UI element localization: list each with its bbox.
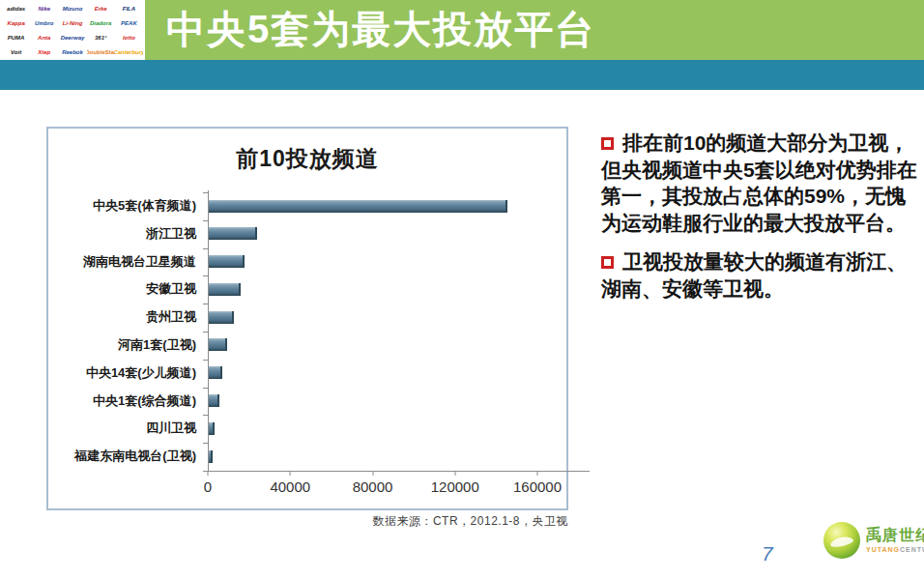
chart-rows: 中央5套(体育频道)浙江卫视湖南电视台卫星频道安徽卫视贵州卫视河南1套(卫视)中… <box>48 192 566 471</box>
logo-chinese-name: 禹唐世纪 <box>866 528 924 543</box>
bar <box>209 227 257 240</box>
fila-logo-icon: FILA <box>115 1 143 15</box>
category-label: 河南1套(卫视) <box>48 332 203 360</box>
bar <box>209 200 507 213</box>
kappa-logo-icon: Kappa <box>2 15 30 30</box>
mizuno-logo-icon: Mizuno <box>58 1 86 15</box>
bar <box>209 394 219 407</box>
company-logo: 禹唐世纪 YUTANGCENTURY <box>823 522 924 559</box>
reebok-logo-icon: Reebok <box>58 44 86 59</box>
sponsor-logo-grid: adidasNikeMizunoErkeFILAKappaUmbroLi-Nin… <box>0 0 145 60</box>
anta-logo-icon: Anta <box>30 30 58 44</box>
peak-logo-icon: PEAK <box>115 15 143 30</box>
page-number: 7 <box>762 542 773 565</box>
page-title: 中央5套为最大投放平台 <box>166 0 595 60</box>
x-tick-mark <box>372 472 373 476</box>
x-tick-label: 40000 <box>270 478 310 495</box>
bar <box>209 366 222 379</box>
deerway-logo-icon: Deerway <box>58 30 86 44</box>
bar-track <box>203 415 566 443</box>
x-tick-label: 120000 <box>431 478 479 495</box>
bar <box>209 311 234 324</box>
category-label: 浙江卫视 <box>48 220 203 248</box>
x-tick-label: 160000 <box>513 478 562 495</box>
x-axis-ticks <box>208 472 537 477</box>
chart-row: 中央14套(少儿频道) <box>48 360 566 388</box>
x-tick-label: 80000 <box>353 478 393 495</box>
y-axis-line <box>208 190 209 472</box>
x-axis-labels: 04000080000120000160000 <box>208 478 537 496</box>
x-tick-mark <box>290 472 291 476</box>
chart-row: 贵州卫视 <box>48 304 566 332</box>
canterbury-logo-icon: Canterbury <box>115 44 143 59</box>
bar <box>209 422 215 435</box>
361°-logo-icon: 361° <box>87 30 115 44</box>
category-label: 贵州卫视 <box>48 304 203 332</box>
category-label: 湖南电视台卫星频道 <box>48 248 203 276</box>
x-tick-mark <box>537 472 538 476</box>
chart-row: 河南1套(卫视) <box>48 332 566 360</box>
umbro-logo-icon: Umbro <box>30 15 58 30</box>
yutang-sphere-icon <box>823 522 860 559</box>
li-ning-logo-icon: Li-Ning <box>58 15 86 30</box>
category-label: 四川卫视 <box>48 415 203 443</box>
chart-row: 安徽卫视 <box>48 275 566 304</box>
chart-row: 中央5套(体育频道) <box>48 192 566 220</box>
category-label: 福建东南电视台(卫视) <box>48 443 203 471</box>
bar-track <box>203 220 566 248</box>
bullet-text: 卫视投放量较大的频道有浙江、湖南、安徽等卫视。 <box>601 250 907 300</box>
chart-row: 湖南电视台卫星频道 <box>48 248 566 276</box>
bar-track <box>203 275 566 304</box>
bar <box>209 338 227 351</box>
category-label: 安徽卫视 <box>48 275 203 304</box>
x-tick-mark <box>208 472 209 476</box>
bar <box>209 283 241 296</box>
adidas-logo-icon: adidas <box>2 1 30 15</box>
bar-track <box>203 332 566 360</box>
bar-track <box>203 248 566 276</box>
chart-row: 四川卫视 <box>48 415 566 443</box>
category-label: 中央5套(体育频道) <box>48 192 203 220</box>
bullet-text: 排在前10的频道大部分为卫视，但央视频道中央5套以绝对优势排在第一，其投放占总体… <box>601 131 917 234</box>
bar-chart-panel: 前10投放频道 中央5套(体育频道)浙江卫视湖南电视台卫星频道安徽卫视贵州卫视河… <box>46 127 568 510</box>
logo-text: 禹唐世纪 YUTANGCENTURY <box>866 528 924 553</box>
bar-track <box>203 192 566 220</box>
puma-logo-icon: PUMA <box>2 30 30 44</box>
bullet-item: 排在前10的频道大部分为卫视，但央视频道中央5套以绝对优势排在第一，其投放占总体… <box>601 130 924 237</box>
erke-logo-icon: Erke <box>87 1 115 15</box>
bar-track <box>203 388 566 416</box>
bullet-item: 卫视投放量较大的频道有浙江、湖南、安徽等卫视。 <box>601 248 924 302</box>
bar <box>209 450 213 463</box>
red-square-bullet-icon <box>601 256 614 269</box>
chart-row: 浙江卫视 <box>48 220 566 248</box>
lotto-logo-icon: lotto <box>115 30 143 44</box>
bar <box>209 255 245 268</box>
data-source-note: 数据来源：CTR，2012.1-8，央卫视 <box>46 513 568 530</box>
x-tick-mark <box>454 472 455 476</box>
voit-logo-icon: Voit <box>2 44 30 59</box>
doublestar-logo-icon: DoubleStar <box>87 44 115 59</box>
chart-row: 福建东南电视台(卫视) <box>48 443 566 471</box>
xtep-logo-icon: Xtep <box>30 44 58 59</box>
chart-row: 中央1套(综合频道) <box>48 388 566 416</box>
x-tick-label: 0 <box>204 478 212 495</box>
red-square-bullet-icon <box>601 137 614 150</box>
category-label: 中央1套(综合频道) <box>48 388 203 416</box>
commentary-block: 排在前10的频道大部分为卫视，但央视频道中央5套以绝对优势排在第一，其投放占总体… <box>601 130 924 313</box>
category-label: 中央14套(少儿频道) <box>48 360 203 388</box>
plot-area: 中央5套(体育频道)浙江卫视湖南电视台卫星频道安徽卫视贵州卫视河南1套(卫视)中… <box>48 190 566 490</box>
nike-logo-icon: Nike <box>30 1 58 15</box>
bar-track <box>203 443 566 471</box>
logo-english-name: YUTANGCENTURY <box>866 546 924 553</box>
bar-track <box>203 360 566 388</box>
diadora-logo-icon: Diadora <box>87 15 115 30</box>
chart-title: 前10投放频道 <box>48 144 566 174</box>
bar-track <box>203 304 566 332</box>
teal-band <box>0 60 924 90</box>
